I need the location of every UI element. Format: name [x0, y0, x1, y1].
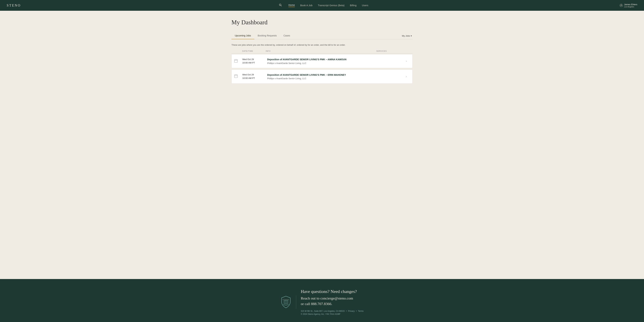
header-info: INFO: [266, 50, 376, 52]
table-row[interactable]: Wed Oct 29 10:00 AM PT Deposition of AVA…: [232, 70, 412, 84]
job-datetime: Wed Oct 29 10:00 AM PT: [242, 73, 266, 80]
job-title: Deposition of AVANTGARDE SENIOR LIVING'S…: [267, 73, 376, 77]
calendar-icon: [234, 59, 242, 64]
footer-address-line: 315 W 9th St., Suite 807, Los Angeles, C…: [301, 310, 364, 312]
privacy-link[interactable]: Privacy: [348, 310, 354, 312]
job-info: Deposition of AVANTGARDE SENIOR LIVING'S…: [266, 58, 376, 65]
table-row[interactable]: Wed Oct 29 10:00 AM PT Deposition of AVA…: [232, 54, 412, 68]
main-nav: Home Book A Job Transcript Genius (Beta)…: [28, 4, 620, 7]
footer-shield-logo: STENO: [280, 295, 291, 309]
job-datetime: Wed Oct 29 10:00 AM PT: [242, 58, 266, 65]
nav-home[interactable]: Home: [288, 4, 295, 7]
nav-billing[interactable]: Billing: [350, 4, 356, 7]
footer: STENO Have questions? Need changes? Reac…: [0, 279, 644, 322]
job-case: Phillips v AvantGarde Senior Living, LLC: [267, 77, 376, 80]
footer-contact: Reach out to concierge@steno.com or call…: [301, 295, 364, 306]
job-date: Wed Oct 29: [242, 73, 266, 77]
search-icon[interactable]: [279, 4, 282, 7]
user-location: Los Angeles: [624, 6, 634, 8]
user-avatar-icon: [620, 4, 623, 7]
user-menu[interactable]: James Ehlers Los Angeles: [620, 3, 637, 8]
table-headers: DATE/TIME INFO SERVICES: [232, 50, 412, 54]
separator: •: [346, 310, 347, 312]
page-title: My Dashboard: [232, 19, 412, 26]
job-info: Deposition of AVANTGARDE SENIOR LIVING'S…: [266, 73, 376, 80]
calendar-icon: [234, 74, 242, 79]
nav-book-a-job[interactable]: Book A Job: [300, 4, 312, 7]
filter-label: My Jobs: [402, 35, 410, 37]
header-services: SERVICES: [376, 50, 403, 52]
nav-users[interactable]: Users: [362, 4, 368, 7]
header-datetime: DATE/TIME: [242, 50, 266, 52]
tab-booking-requests[interactable]: Booking Requests: [254, 33, 280, 39]
footer-headline: Have questions? Need changes?: [301, 289, 364, 294]
job-case: Phillips v AvantGarde Senior Living, LLC: [267, 62, 376, 65]
tabs-container: Upcoming Jobs Booking Requests Cases My …: [232, 33, 412, 39]
job-time: 10:00 AM PT: [242, 77, 266, 80]
footer-contact-line2: or call 888.707.8366.: [301, 302, 332, 306]
tabs: Upcoming Jobs Booking Requests Cases: [232, 33, 401, 39]
header-action: [403, 50, 410, 52]
svg-point-0: [279, 4, 281, 6]
tab-upcoming-jobs[interactable]: Upcoming Jobs: [232, 33, 254, 39]
svg-line-1: [281, 6, 282, 6]
footer-address-text: 315 W 9th St., Suite 807, Los Angeles, C…: [301, 310, 345, 312]
logo[interactable]: STENO: [7, 4, 21, 8]
jobs-description: These are jobs where you are the ordered…: [232, 43, 412, 47]
chevron-down-icon: ▾: [411, 35, 412, 37]
main-content: My Dashboard Upcoming Jobs Booking Reque…: [221, 11, 422, 279]
svg-rect-3: [234, 60, 238, 63]
footer-copyright: © 2024 Steno Agency, Inc. • NV: Firm #10…: [301, 313, 364, 315]
job-date: Wed Oct 29: [242, 58, 266, 61]
footer-divider: [296, 295, 296, 309]
nav-transcript-genius[interactable]: Transcript Genius (Beta): [318, 4, 344, 7]
job-time: 10:00 AM PT: [242, 61, 266, 65]
user-name: James Ehlers: [624, 3, 637, 6]
separator: •: [356, 310, 357, 312]
svg-rect-7: [234, 75, 238, 78]
terms-link[interactable]: Terms: [358, 310, 364, 312]
footer-contact-line1: Reach out to concierge@steno.com: [301, 296, 353, 300]
job-filter-dropdown[interactable]: My Jobs ▾: [401, 33, 412, 39]
job-title: Deposition of AVANTGARDE SENIOR LIVING'S…: [267, 58, 376, 61]
footer-logo-section: STENO Have questions? Need changes? Reac…: [280, 289, 364, 315]
footer-content: Have questions? Need changes? Reach out …: [301, 289, 364, 315]
svg-text:STENO: STENO: [282, 299, 289, 300]
chevron-right-icon: ›: [403, 75, 410, 78]
header: STENO Home Book A Job Transcript Genius …: [0, 0, 644, 11]
jobs-list: Wed Oct 29 10:00 AM PT Deposition of AVA…: [232, 54, 412, 84]
chevron-right-icon: ›: [403, 60, 410, 63]
tab-cases[interactable]: Cases: [280, 33, 294, 39]
user-info: James Ehlers Los Angeles: [624, 3, 637, 8]
header-status: [234, 50, 242, 52]
